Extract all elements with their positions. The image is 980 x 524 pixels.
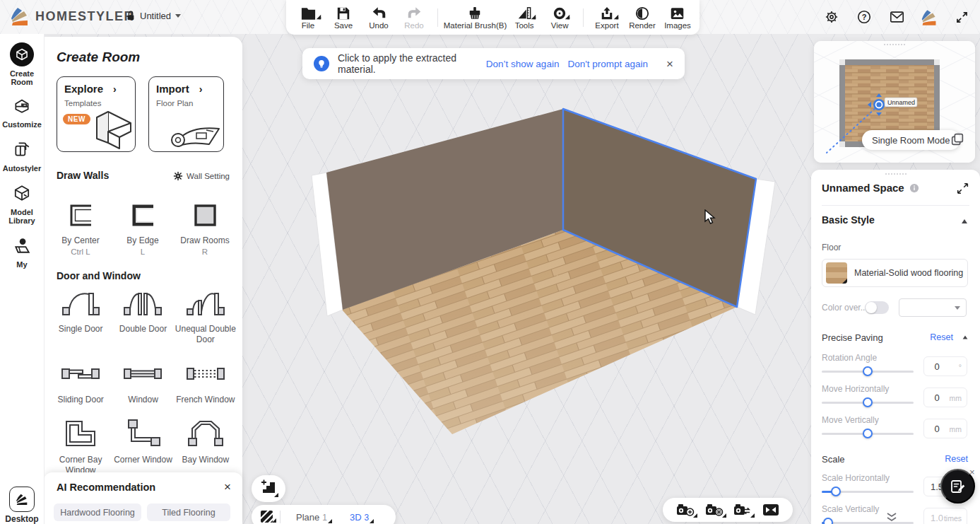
explore-templates-card[interactable]: Explore › Templates NEW — [57, 76, 136, 152]
item-corner-window[interactable]: Corner Window — [112, 417, 174, 476]
sidebar-item-model-library[interactable]: Model Library — [0, 184, 44, 225]
document-title-menu[interactable]: Untitled — [126, 10, 181, 21]
feedback-close-icon[interactable]: × — [969, 467, 975, 477]
render-button[interactable]: Render — [626, 1, 659, 34]
move-horizontally-input[interactable]: 0 mm — [923, 388, 967, 407]
dropdown-caret — [317, 14, 321, 18]
item-label: Sliding Door — [57, 395, 103, 405]
item-corner-bay-window[interactable]: Corner Bay Window — [49, 417, 112, 476]
scale-vertically-input[interactable]: 1.0 times — [923, 508, 967, 524]
plan-hatch-icon[interactable] — [260, 510, 274, 524]
sidebar-item-customize[interactable]: Customize — [0, 96, 44, 129]
view-button[interactable]: View — [543, 1, 576, 34]
slider-thumb[interactable] — [863, 366, 873, 376]
wood-material-thumbnail — [826, 262, 847, 284]
tool-draw-rooms[interactable]: Draw Rooms R — [174, 198, 236, 256]
camera-settings-button[interactable] — [703, 501, 726, 518]
fit-view-button[interactable] — [760, 501, 781, 518]
header-right-icons: ? — [823, 0, 970, 34]
settings-gear-icon[interactable] — [823, 8, 840, 25]
collapse-caret-icon[interactable] — [962, 219, 967, 223]
sidebar-item-autostyler[interactable]: Autostyler — [0, 140, 44, 173]
wall-setting-button[interactable]: Wall Setting — [173, 171, 230, 181]
double-door-icon — [123, 286, 163, 318]
model-library-cube-icon — [13, 184, 31, 205]
info-icon[interactable] — [909, 183, 919, 193]
view-3d-tab[interactable]: 3D 3 — [350, 512, 374, 523]
dont-prompt-again-link[interactable]: Don't prompt again — [567, 59, 648, 69]
export-button[interactable]: Export — [591, 1, 623, 34]
lightbulb-icon — [314, 56, 329, 71]
item-french-window[interactable]: French Window — [175, 356, 237, 405]
scale-horizontally-slider[interactable] — [822, 491, 914, 493]
french-window-icon — [186, 356, 225, 389]
plane-view-tab[interactable]: Plane 1 — [296, 512, 333, 523]
import-subtitle: Floor Plan — [156, 99, 193, 107]
floor-material-card[interactable]: Material-Solid wood flooring — [822, 259, 968, 287]
help-circle-icon[interactable]: ? — [856, 8, 873, 25]
drag-handle[interactable] — [885, 173, 907, 175]
move-vertically-input[interactable]: 0 mm — [923, 419, 967, 438]
mail-icon[interactable] — [888, 8, 905, 25]
tool-label: By Edge — [126, 235, 158, 246]
collapse-caret-icon[interactable] — [963, 335, 968, 339]
item-unequal-double-door[interactable]: Unequal Double Door — [175, 286, 237, 345]
fullscreen-expand-icon[interactable] — [953, 8, 970, 25]
minimap-card[interactable]: Unnamed Single Room Mode — [814, 41, 975, 163]
expand-panel-icon[interactable] — [957, 182, 969, 194]
create-room-cube-icon — [10, 42, 34, 66]
move-horizontally-slider[interactable] — [822, 402, 914, 404]
item-label: Unequal Double Door — [175, 324, 237, 345]
slider-thumb[interactable] — [863, 429, 873, 438]
precise-paving-reset-link[interactable]: Reset — [930, 332, 953, 342]
left-sidebar: Create Room Customize Autostyler — [0, 34, 44, 524]
drag-handle[interactable] — [884, 44, 905, 45]
slider-thumb[interactable] — [863, 397, 873, 407]
dont-show-again-link[interactable]: Don’t show again — [486, 59, 560, 69]
hardwood-flooring-button[interactable]: Hardwood Flooring — [54, 503, 141, 521]
slider-thumb[interactable] — [831, 487, 841, 496]
floor-plan-roll-illustration — [167, 113, 222, 150]
undo-button[interactable]: Undo — [362, 1, 395, 34]
walkthrough-camera-button[interactable] — [731, 501, 754, 518]
rotation-angle-input[interactable]: 0 ° — [923, 356, 967, 376]
add-level-button[interactable] — [252, 475, 285, 502]
tiled-flooring-button[interactable]: Tiled Flooring — [147, 503, 230, 521]
sidebar-item-create-room[interactable]: Create Room — [0, 42, 44, 86]
close-icon[interactable]: × — [224, 480, 231, 494]
file-button[interactable]: File — [292, 1, 324, 34]
material-notification-banner: Click to apply the extracted material. D… — [302, 48, 685, 79]
tool-by-center[interactable]: By Center Ctrl L — [49, 198, 112, 256]
sidebar-item-desktop[interactable]: Desktop — [0, 487, 44, 523]
save-button[interactable]: Save — [327, 1, 360, 34]
item-sliding-door[interactable]: Sliding Door — [49, 356, 112, 405]
close-icon[interactable]: × — [666, 58, 673, 70]
scale-reset-link[interactable]: Reset — [945, 454, 968, 464]
item-bay-window[interactable]: Bay Window — [175, 417, 237, 476]
corner-window-icon — [123, 417, 163, 449]
images-button[interactable]: Images — [661, 1, 694, 34]
sliding-door-icon — [61, 356, 100, 389]
sidebar-item-my[interactable]: My — [0, 236, 44, 269]
homestyler-fan-icon[interactable] — [921, 8, 938, 25]
capture-view-button[interactable] — [674, 501, 697, 518]
sidebar-label: Customize — [2, 120, 42, 129]
material-brush-button[interactable]: Material Brush(B) — [445, 1, 505, 34]
rotation-angle-slider[interactable] — [822, 371, 914, 373]
item-window[interactable]: Window — [112, 356, 174, 405]
import-floor-plan-card[interactable]: Import › Floor Plan — [148, 76, 224, 152]
item-double-door[interactable]: Double Door — [112, 286, 174, 345]
duplicate-icon[interactable] — [950, 132, 965, 150]
space-title-row: Unnamed Space — [822, 182, 919, 194]
color-overlay-select[interactable] — [899, 298, 967, 317]
redo-button[interactable]: Redo — [398, 1, 430, 34]
single-room-mode-button[interactable]: Single Room Mode — [862, 130, 960, 150]
slider-thumb[interactable] — [823, 518, 833, 524]
color-overlay-toggle[interactable] — [865, 301, 889, 314]
tool-by-edge[interactable]: By Edge L — [112, 198, 174, 256]
tools-button[interactable]: Tools — [508, 1, 541, 34]
scroll-more-chevrons-icon[interactable] — [886, 512, 897, 522]
item-single-door[interactable]: Single Door — [49, 286, 112, 345]
move-vertically-slider[interactable] — [822, 433, 914, 435]
brand[interactable]: HOMESTYLER — [10, 6, 134, 27]
